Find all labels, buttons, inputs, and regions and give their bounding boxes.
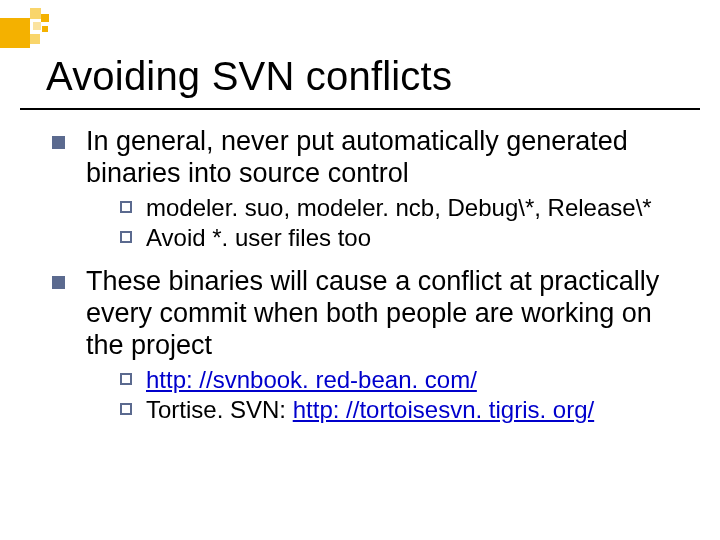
slide-title: Avoiding SVN conflicts: [46, 54, 690, 99]
sub-text: modeler. suo,: [146, 194, 290, 221]
svnbook-link[interactable]: http: //svnbook. red-bean. com/: [146, 366, 477, 393]
bullet-1-sub-2: Avoid *. user files too: [120, 224, 684, 252]
sub-text: *. user files too: [206, 224, 371, 251]
title-rule: [20, 108, 700, 110]
slide-body: In general, never put automatically gene…: [52, 120, 684, 439]
bullet-1-sub-1: modeler. suo, modeler. ncb, Debug\*, Rel…: [120, 194, 684, 222]
bullet-2-sub-2: Tortise. SVN: http: //tortoisesvn. tigri…: [120, 396, 684, 424]
sub-text: Tortise. SVN:: [146, 396, 286, 423]
bullet-2-subs: http: //svnbook. red-bean. com/ Tortise.…: [52, 366, 684, 425]
bullet-2: These binaries will cause a conflict at …: [52, 266, 684, 362]
bullet-1-subs: modeler. suo, modeler. ncb, Debug\*, Rel…: [52, 194, 684, 253]
slide: Avoiding SVN conflicts In general, never…: [0, 0, 720, 540]
bullet-2-sub-1: http: //svnbook. red-bean. com/: [120, 366, 684, 394]
bullet-1: In general, never put automatically gene…: [52, 126, 684, 190]
tortoisesvn-link[interactable]: http: //tortoisesvn. tigris. org/: [293, 396, 594, 423]
sub-text: Avoid: [146, 224, 206, 251]
sub-text: modeler. ncb, Debug\*, Release\*: [290, 194, 652, 221]
corner-decoration: [0, 8, 56, 52]
